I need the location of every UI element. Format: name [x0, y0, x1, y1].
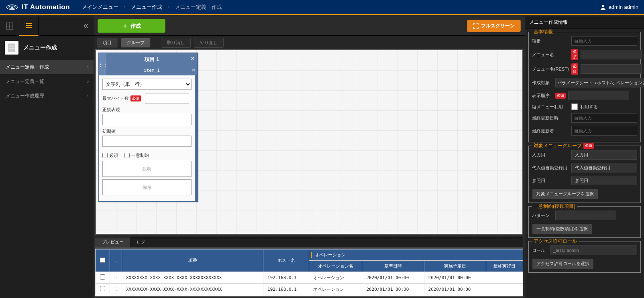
svg-point-2	[11, 6, 13, 8]
chevron-right-icon: ›	[168, 5, 169, 9]
user-icon	[600, 4, 606, 10]
chevron-right-icon: ›	[124, 5, 125, 9]
user-name: admin admin	[609, 4, 638, 10]
logo-icon	[6, 3, 18, 11]
product-logo: IT Automation	[6, 3, 70, 11]
breadcrumb-item-2: メニュー定義・作成	[175, 4, 222, 11]
breadcrumb-item-1[interactable]: メニュー作成	[131, 4, 162, 11]
svg-point-3	[602, 5, 604, 7]
header-bar: IT Automation メインメニュー › メニュー作成 › メニュー定義・…	[0, 0, 644, 15]
breadcrumb-item-0[interactable]: メインメニュー	[82, 4, 118, 11]
user-menu[interactable]: admin admin	[600, 4, 638, 10]
breadcrumb: メインメニュー › メニュー作成 › メニュー定義・作成	[82, 4, 222, 11]
product-name: IT Automation	[22, 3, 70, 11]
